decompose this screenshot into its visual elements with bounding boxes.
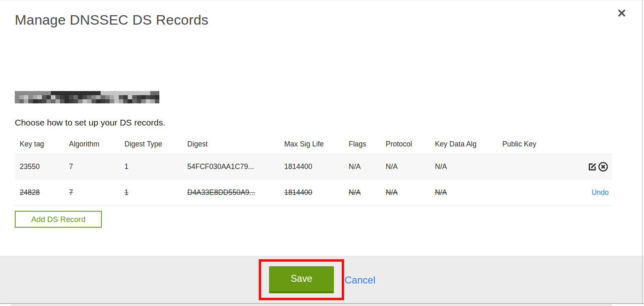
cancel-link[interactable]: Cancel (345, 274, 375, 286)
col-header-digest: Digest (182, 135, 279, 154)
cell-algorithm: 7 (69, 188, 73, 196)
cell-max-sig-life: 1814400 (284, 188, 312, 196)
col-header-actions (579, 135, 612, 154)
delete-icon[interactable] (598, 161, 609, 172)
manage-dnssec-dialog: Manage DNSSEC DS Records ✕ Choose how to… (0, 0, 644, 306)
edit-icon[interactable] (587, 162, 598, 172)
cell-protocol: N/A (386, 162, 398, 171)
cell-key-tag: 23550 (20, 162, 40, 171)
col-header-algorithm: Algorithm (64, 135, 120, 154)
cell-key-data-alg: N/A (435, 188, 447, 196)
cell-flags: N/A (349, 188, 361, 196)
table-row-deleted: 24828 7 1 D4A33E8DD550A9... 1814400 N/A … (15, 180, 612, 206)
add-ds-record-button[interactable]: Add DS Record (15, 211, 102, 228)
ds-records-table: Key tag Algorithm Digest Type Digest Max… (15, 135, 612, 206)
cell-digest-type: 1 (124, 162, 129, 171)
col-header-protocol: Protocol (381, 135, 430, 154)
col-header-key-tag: Key tag (15, 135, 64, 154)
cell-algorithm: 7 (69, 162, 73, 171)
close-icon[interactable]: ✕ (617, 8, 626, 19)
cell-max-sig-life: 1814400 (284, 162, 312, 171)
cell-digest-type: 1 (124, 188, 129, 196)
undo-link[interactable]: Undo (591, 188, 609, 196)
cell-key-tag: 24828 (20, 188, 40, 196)
dialog-right-edge (642, 0, 643, 303)
cell-flags: N/A (349, 162, 361, 171)
col-header-public-key: Public Key (497, 135, 579, 154)
cell-protocol: N/A (386, 188, 398, 196)
subtitle-text: Choose how to set up your DS records. (15, 118, 166, 128)
page-title: Manage DNSSEC DS Records (15, 12, 209, 28)
col-header-max-sig-life: Max Sig Life (279, 135, 344, 154)
cell-key-data-alg: N/A (435, 162, 447, 171)
cell-digest: D4A33E8DD550A9... (187, 188, 255, 196)
redacted-domain-name (15, 91, 159, 103)
page-bottom-strip (11, 304, 612, 306)
table-header-row: Key tag Algorithm Digest Type Digest Max… (15, 135, 612, 154)
table-row: 23550 7 1 54FCF030AA1C79... 1814400 N/A … (15, 154, 612, 180)
col-header-digest-type: Digest Type (120, 135, 182, 154)
save-button[interactable]: Save (269, 266, 334, 293)
cell-digest: 54FCF030AA1C79... (187, 162, 254, 171)
col-header-flags: Flags (344, 135, 381, 154)
col-header-key-data-alg: Key Data Alg (430, 135, 497, 154)
